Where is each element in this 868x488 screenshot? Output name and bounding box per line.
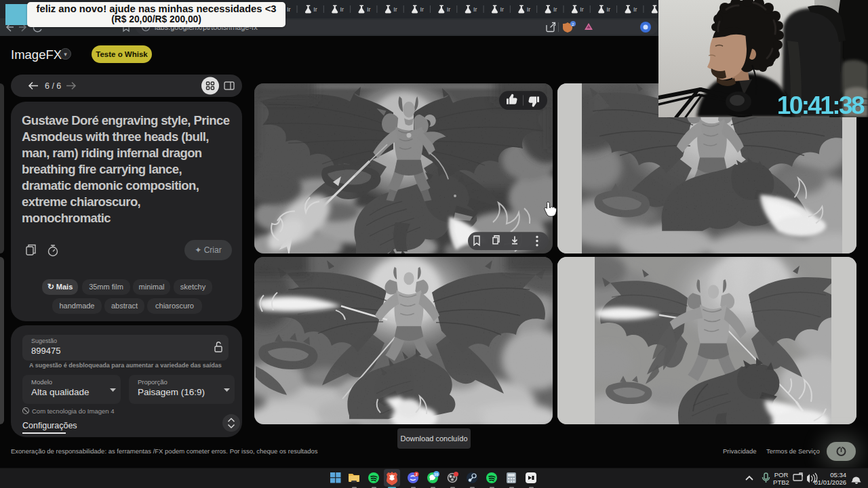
svg-text:01/01/2026: 01/01/2026	[814, 479, 846, 486]
svg-text:Paisagem (16:9): Paisagem (16:9)	[138, 387, 205, 397]
svg-text:05:34: 05:34	[830, 471, 846, 479]
svg-text:Sugestão: Sugestão	[31, 338, 57, 344]
svg-text:POR: POR	[774, 471, 789, 479]
svg-text:Ir: Ir	[553, 6, 557, 13]
svg-text:Ir: Ir	[287, 6, 291, 13]
svg-text:Ir: Ir	[393, 6, 397, 13]
svg-text:Ir: Ir	[420, 6, 425, 13]
svg-text:Ir: Ir	[633, 6, 637, 13]
svg-text:2: 2	[416, 472, 418, 476]
svg-text:Ir: Ir	[500, 6, 504, 13]
svg-text:Ir: Ir	[447, 6, 451, 13]
svg-text:Ir: Ir	[367, 6, 371, 13]
svg-text:10: 10	[434, 472, 438, 476]
svg-text:A sugestão é desbloqueada para: A sugestão é desbloqueada para aumentar …	[29, 362, 222, 369]
svg-text:6 / 6: 6 / 6	[45, 81, 61, 91]
svg-text:Configurações: Configurações	[22, 421, 77, 430]
svg-text:899475: 899475	[31, 346, 60, 356]
svg-text:Modelo: Modelo	[31, 378, 52, 386]
svg-text:PTB2: PTB2	[773, 479, 789, 486]
svg-text:Ir: Ir	[473, 6, 477, 13]
svg-text:Ir: Ir	[313, 6, 317, 13]
svg-text:Alta qualidade: Alta qualidade	[31, 387, 90, 397]
svg-text:Ir: Ir	[607, 6, 611, 13]
svg-text:Ir: Ir	[340, 6, 344, 13]
svg-text:Proporção: Proporção	[138, 378, 167, 386]
svg-text:Ir: Ir	[527, 6, 531, 13]
svg-text:Ir: Ir	[580, 6, 584, 13]
svg-text:Com tecnologia do Imagen 4: Com tecnologia do Imagen 4	[32, 407, 114, 415]
